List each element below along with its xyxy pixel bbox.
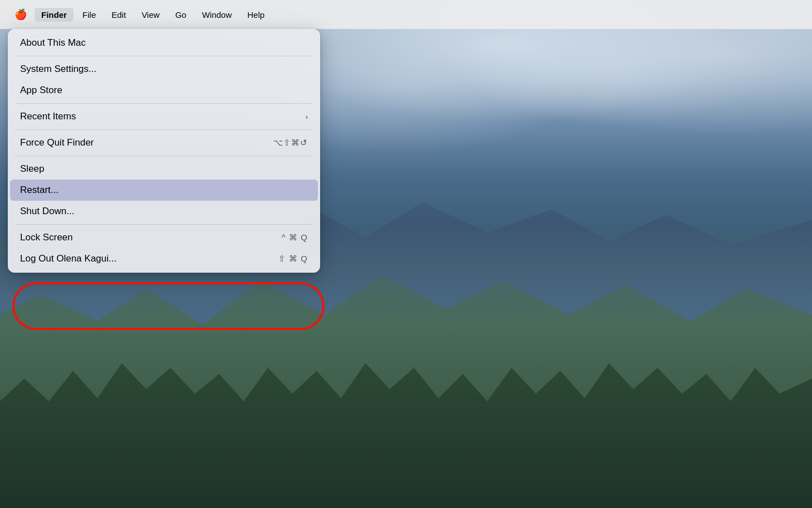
lock-screen-item[interactable]: Lock Screen ^ ⌘ Q: [10, 227, 318, 248]
shut-down-item[interactable]: Shut Down...: [10, 201, 318, 222]
menubar-file[interactable]: File: [76, 8, 103, 22]
menubar-go[interactable]: Go: [168, 8, 193, 22]
apple-menu-button[interactable]: 🍎: [9, 6, 32, 23]
recent-items-item[interactable]: Recent Items ›: [10, 106, 318, 127]
restart-item[interactable]: Restart...: [10, 180, 318, 201]
separator-4: [16, 156, 312, 156]
log-out-item[interactable]: Log Out Olena Kagui... ⇧ ⌘ Q: [10, 248, 318, 269]
recent-items-label: Recent Items: [20, 111, 76, 122]
lock-screen-shortcut: ^ ⌘ Q: [282, 233, 308, 243]
force-quit-shortcut: ⌥⇧⌘↺: [273, 138, 308, 148]
system-settings-label: System Settings...: [20, 64, 96, 75]
app-store-label: App Store: [20, 85, 62, 96]
menubar-view[interactable]: View: [135, 8, 166, 22]
menubar: 🍎 Finder File Edit View Go Window Help: [0, 0, 812, 29]
apple-dropdown-menu: About This Mac System Settings... App St…: [8, 29, 320, 273]
separator-1: [16, 56, 312, 56]
separator-5: [16, 224, 312, 225]
separator-3: [16, 129, 312, 130]
about-this-mac-label: About This Mac: [20, 37, 86, 49]
menubar-window[interactable]: Window: [195, 8, 238, 22]
log-out-label: Log Out Olena Kagui...: [20, 253, 117, 264]
force-quit-item[interactable]: Force Quit Finder ⌥⇧⌘↺: [10, 132, 318, 153]
separator-2: [16, 103, 312, 104]
system-settings-item[interactable]: System Settings...: [10, 59, 318, 80]
menubar-help[interactable]: Help: [241, 8, 272, 22]
about-this-mac-item[interactable]: About This Mac: [10, 32, 318, 54]
shut-down-label: Shut Down...: [20, 206, 74, 217]
sleep-label: Sleep: [20, 163, 44, 175]
app-store-item[interactable]: App Store: [10, 80, 318, 101]
lock-screen-label: Lock Screen: [20, 232, 73, 243]
force-quit-label: Force Quit Finder: [20, 137, 94, 148]
restart-label: Restart...: [20, 185, 59, 196]
log-out-shortcut: ⇧ ⌘ Q: [278, 254, 308, 264]
menubar-edit[interactable]: Edit: [105, 8, 133, 22]
recent-items-arrow-icon: ›: [306, 113, 308, 121]
menubar-finder[interactable]: Finder: [35, 8, 74, 22]
sleep-item[interactable]: Sleep: [10, 158, 318, 180]
